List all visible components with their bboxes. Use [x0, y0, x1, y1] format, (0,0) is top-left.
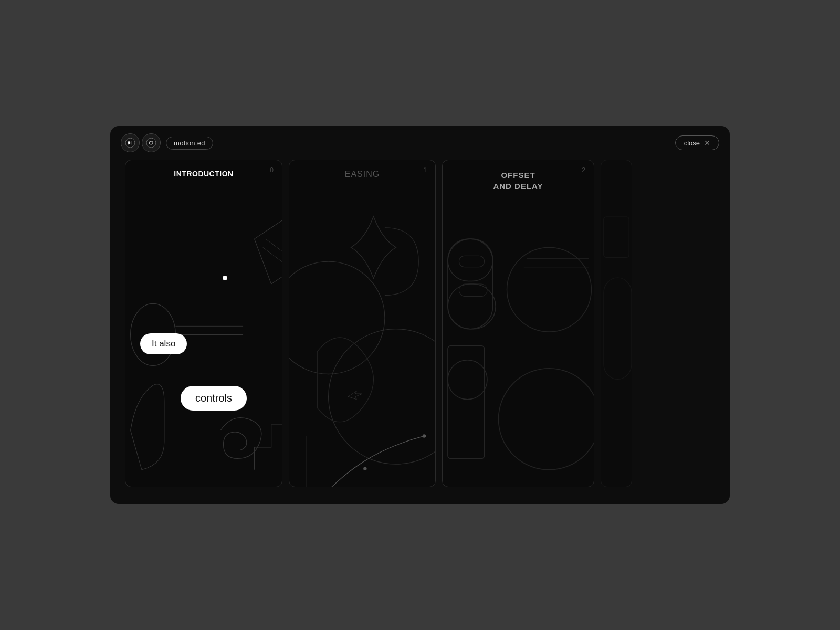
app-window: motion.ed close ✕ 0 INTRODUCTION	[110, 126, 730, 504]
close-label: close	[684, 139, 700, 147]
card-2-title: OFFSET AND DELAY	[443, 170, 594, 192]
svg-point-8	[289, 261, 385, 374]
svg-point-14	[363, 467, 366, 470]
svg-point-21	[448, 360, 487, 400]
svg-rect-23	[459, 256, 484, 267]
svg-point-2	[150, 142, 153, 144]
svg-line-6	[266, 239, 282, 256]
svg-point-15	[423, 434, 426, 437]
header-left: motion.ed	[121, 133, 213, 152]
svg-point-19	[507, 247, 592, 332]
pill-it-also: It also	[140, 333, 187, 354]
svg-rect-20	[448, 346, 485, 458]
close-icon: ✕	[704, 139, 710, 147]
card-3-artwork	[601, 160, 632, 487]
card-offset-delay[interactable]: 2 OFFSET AND DELAY	[442, 160, 594, 487]
svg-rect-29	[604, 278, 632, 379]
svg-line-7	[263, 247, 282, 264]
svg-rect-18	[448, 284, 496, 329]
logo-group	[121, 133, 161, 152]
svg-rect-10	[300, 430, 424, 487]
svg-rect-28	[604, 217, 629, 257]
card-0-title: INTRODUCTION	[125, 170, 282, 178]
card-0-artwork	[125, 160, 282, 487]
dot-indicator	[223, 276, 227, 280]
header: motion.ed close ✕	[110, 126, 730, 160]
pill-controls: controls	[181, 386, 247, 411]
svg-point-22	[498, 369, 594, 470]
card-2-artwork	[443, 160, 594, 487]
logo-icon-1	[121, 133, 140, 152]
close-button[interactable]: close ✕	[675, 135, 719, 150]
card-1-artwork	[289, 160, 435, 487]
card-introduction[interactable]: 0 INTRODUCTION	[125, 160, 282, 487]
cards-container: 0 INTRODUCTION	[110, 160, 730, 502]
card-1-title: EASING	[289, 170, 435, 179]
svg-point-9	[329, 329, 435, 464]
card-partial	[601, 160, 632, 487]
brand-label: motion.ed	[166, 136, 213, 150]
card-easing[interactable]: 1 EASING	[289, 160, 436, 487]
logo-icon-2	[142, 133, 161, 152]
